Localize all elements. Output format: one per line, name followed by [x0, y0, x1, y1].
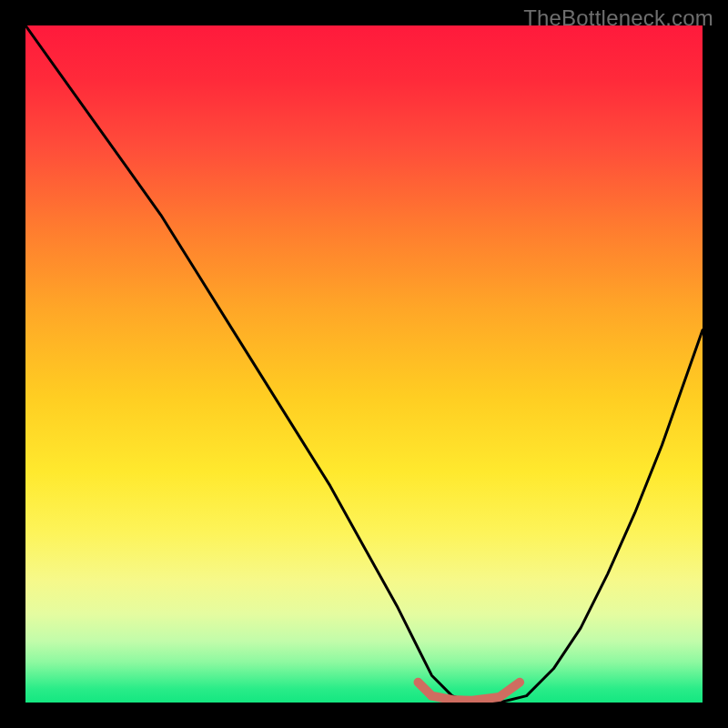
curve-layer — [25, 25, 703, 703]
chart-container: TheBottleneck.com — [0, 0, 728, 728]
bottleneck-curve — [25, 25, 703, 703]
plot-area — [25, 25, 703, 703]
optimal-band — [419, 682, 521, 701]
